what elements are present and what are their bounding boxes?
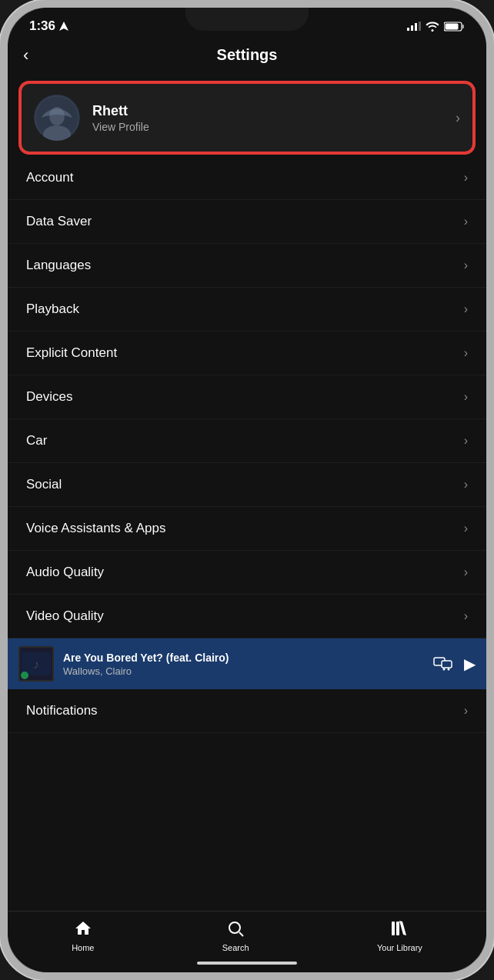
- now-playing-bar[interactable]: ♪ Are You Bored Yet? (feat. Clairo) Wall…: [8, 638, 486, 689]
- settings-item[interactable]: Devices ›: [8, 375, 486, 419]
- now-playing-art: ♪: [18, 646, 54, 682]
- svg-point-15: [21, 672, 28, 679]
- settings-item-chevron: ›: [464, 215, 468, 228]
- svg-point-20: [229, 922, 240, 933]
- now-playing-controls: ▶: [433, 654, 476, 674]
- svg-point-18: [443, 668, 446, 671]
- svg-line-21: [239, 932, 243, 936]
- play-button[interactable]: ▶: [464, 655, 476, 673]
- settings-item[interactable]: Languages ›: [8, 244, 486, 288]
- album-art: ♪: [18, 646, 54, 682]
- settings-header: ‹ Settings: [8, 38, 486, 75]
- profile-info: Rhett View Profile: [92, 103, 456, 133]
- library-tab-icon: [390, 919, 409, 941]
- tab-bar: Home Search Your Library: [8, 911, 486, 957]
- library-tab-label: Your Library: [377, 943, 422, 952]
- settings-list: Account › Data Saver › Languages › Playb…: [8, 156, 486, 638]
- now-playing-info: Are You Bored Yet? (feat. Clairo) Wallow…: [63, 652, 424, 677]
- profile-name: Rhett: [92, 103, 456, 119]
- search-tab-label: Search: [222, 943, 249, 952]
- profile-sub: View Profile: [92, 121, 456, 133]
- back-button[interactable]: ‹: [23, 45, 28, 65]
- settings-item-chevron: ›: [464, 302, 468, 316]
- notifications-label: Notifications: [26, 703, 98, 718]
- settings-content: Rhett View Profile › Account › Data Save…: [8, 75, 486, 911]
- settings-item-chevron: ›: [464, 565, 468, 579]
- notch: [185, 8, 309, 31]
- settings-item-label: Data Saver: [26, 214, 92, 229]
- settings-item-label: Devices: [26, 389, 72, 405]
- tab-library[interactable]: Your Library: [377, 919, 422, 952]
- settings-item-chevron: ›: [464, 522, 468, 535]
- settings-item[interactable]: Playback ›: [8, 288, 486, 332]
- signal-icon: [407, 22, 421, 31]
- status-time: 1:36: [29, 18, 68, 34]
- settings-item[interactable]: Voice Assistants & Apps ›: [8, 507, 486, 551]
- settings-item-label: Languages: [26, 258, 91, 273]
- notifications-chevron: ›: [464, 704, 468, 718]
- settings-item-chevron: ›: [464, 390, 468, 404]
- avatar-image: [34, 95, 80, 141]
- header-title: Settings: [217, 46, 278, 64]
- wifi-icon: [426, 22, 439, 32]
- tab-home[interactable]: Home: [72, 919, 94, 952]
- home-indicator: [8, 957, 486, 972]
- settings-item[interactable]: Account ›: [8, 156, 486, 200]
- phone-screen: 1:36: [8, 8, 486, 972]
- settings-item-chevron: ›: [464, 171, 468, 185]
- settings-item-chevron: ›: [464, 434, 468, 448]
- settings-item-chevron: ›: [464, 478, 468, 492]
- settings-item-chevron: ›: [464, 258, 468, 272]
- settings-item-label: Car: [26, 433, 47, 448]
- time-label: 1:36: [29, 18, 55, 34]
- settings-item-label: Video Quality: [26, 608, 104, 624]
- profile-avatar: [34, 95, 80, 141]
- svg-rect-23: [396, 922, 399, 935]
- settings-item-chevron: ›: [464, 609, 468, 623]
- settings-item[interactable]: Car ›: [8, 419, 486, 463]
- svg-text:♪: ♪: [33, 658, 39, 671]
- svg-rect-0: [407, 28, 409, 31]
- notifications-item[interactable]: Notifications ›: [8, 689, 486, 733]
- battery-icon: [444, 22, 465, 32]
- settings-item-label: Playback: [26, 302, 79, 317]
- profile-chevron: ›: [456, 110, 460, 126]
- svg-point-19: [448, 668, 450, 671]
- home-indicator-bar: [197, 962, 297, 965]
- settings-item[interactable]: Data Saver ›: [8, 200, 486, 244]
- settings-item[interactable]: Video Quality ›: [8, 595, 486, 638]
- settings-item-label: Social: [26, 477, 62, 492]
- settings-item-label: Explicit Content: [26, 345, 117, 361]
- settings-item[interactable]: Explicit Content ›: [8, 332, 486, 375]
- settings-item[interactable]: Social ›: [8, 463, 486, 507]
- svg-rect-5: [462, 25, 465, 28]
- svg-rect-22: [392, 922, 395, 935]
- home-tab-label: Home: [72, 943, 94, 952]
- svg-rect-17: [442, 661, 452, 668]
- svg-rect-1: [411, 25, 413, 31]
- svg-rect-6: [446, 23, 459, 29]
- status-icons: [407, 22, 465, 32]
- profile-card[interactable]: Rhett View Profile ›: [20, 82, 474, 153]
- settings-item-label: Audio Quality: [26, 565, 104, 580]
- settings-item[interactable]: Audio Quality ›: [8, 551, 486, 595]
- settings-item-chevron: ›: [464, 346, 468, 360]
- settings-item-label: Voice Assistants & Apps: [26, 521, 165, 536]
- svg-rect-2: [415, 23, 417, 31]
- search-tab-icon: [226, 919, 245, 941]
- now-playing-title: Are You Bored Yet? (feat. Clairo): [63, 652, 424, 664]
- settings-item-label: Account: [26, 170, 73, 185]
- connect-device-icon[interactable]: [433, 654, 453, 674]
- location-icon: [59, 22, 68, 31]
- tab-search[interactable]: Search: [222, 919, 249, 952]
- phone-frame: 1:36: [0, 0, 494, 980]
- svg-rect-3: [419, 22, 421, 31]
- home-tab-icon: [74, 919, 92, 941]
- now-playing-artist: Wallows, Clairo: [63, 665, 424, 677]
